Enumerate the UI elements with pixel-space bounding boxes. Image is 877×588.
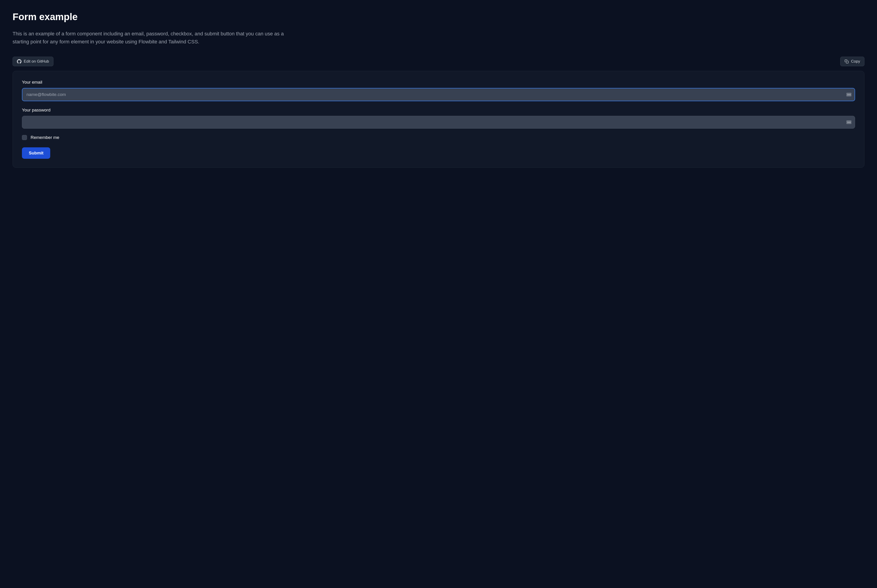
password-input[interactable] — [22, 116, 855, 129]
edit-github-button[interactable]: Edit on GitHub — [13, 57, 54, 66]
copy-label: Copy — [851, 59, 860, 64]
remember-checkbox[interactable] — [22, 135, 27, 140]
email-input[interactable] — [22, 88, 855, 101]
remember-group: Remember me — [22, 135, 855, 140]
svg-rect-0 — [846, 61, 849, 63]
page-title: Form example — [13, 11, 864, 22]
edit-github-label: Edit on GitHub — [24, 59, 49, 64]
copy-icon — [845, 59, 849, 63]
toolbar: Edit on GitHub Copy — [13, 57, 864, 66]
form-card: Your email Your password Remember me Sub… — [13, 71, 864, 168]
page-description: This is an example of a form component i… — [13, 30, 296, 46]
password-label: Your password — [22, 108, 855, 112]
remember-label[interactable]: Remember me — [31, 135, 59, 140]
email-input-wrapper — [22, 88, 855, 101]
copy-button[interactable]: Copy — [840, 57, 864, 66]
email-group: Your email — [22, 80, 855, 101]
github-icon — [17, 59, 21, 64]
email-label: Your email — [22, 80, 855, 85]
password-group: Your password — [22, 108, 855, 129]
password-input-wrapper — [22, 116, 855, 129]
submit-button[interactable]: Submit — [22, 147, 50, 159]
